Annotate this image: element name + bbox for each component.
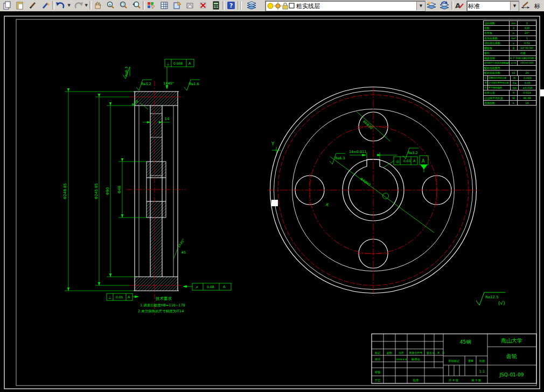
calculator-icon[interactable] <box>211 1 221 10</box>
toolbar-separator <box>52 1 54 10</box>
tb-h6: 年、月、日 <box>433 352 445 354</box>
tb-h3: 分区 <box>399 351 404 354</box>
cell-group: 组 <box>484 86 488 90</box>
cell-value <box>510 66 536 70</box>
tb-approve: 批准 <box>413 379 420 382</box>
cell-value: 12°31′34″ <box>518 46 536 50</box>
surface-note: Ra12.5 (√) <box>476 292 505 306</box>
zoom-window-icon[interactable] <box>118 1 129 10</box>
section-label-x: X <box>325 202 329 207</box>
paste-icon[interactable] <box>15 1 25 10</box>
tb-scale-value: 1:1 <box>479 369 485 374</box>
tb-sheet-no: 第 3 张 <box>471 379 481 382</box>
text-style-icon[interactable]: A <box>454 1 465 10</box>
table-icon[interactable] <box>159 1 170 10</box>
pencil-icon[interactable] <box>27 1 38 10</box>
markup-icon[interactable] <box>185 1 196 10</box>
layer-combo-value: 粗实线层 <box>295 2 416 10</box>
redo-icon[interactable]: ▼ <box>73 1 88 10</box>
fcf-top-value: 0.008 <box>173 61 183 65</box>
table-row: 径向变位系数x0.51 <box>484 41 536 46</box>
sheet-set-icon[interactable] <box>172 1 183 10</box>
cell-name: 齿轮副中心距及其极限偏差 <box>484 61 510 65</box>
cell-value: 24 <box>518 71 536 75</box>
redo-dropdown-arrow[interactable]: ▼ <box>85 3 88 8</box>
table-row: 齿形角α20° <box>484 31 536 36</box>
cell-name: 基节极限偏差 <box>488 86 511 90</box>
table-row: 齿轮副中心距及其极限偏差a±fa145±0.031 <box>484 61 536 66</box>
left-section-view <box>127 81 186 315</box>
layer-color-swatch[interactable] <box>289 3 295 9</box>
fcf-top-symbol: ⊥ <box>166 62 170 66</box>
help-icon[interactable]: ? <box>226 1 236 10</box>
table-row: 配对齿轮图号 <box>484 66 536 71</box>
cell-symbol: α <box>510 31 518 35</box>
cell-value: 0.05 <box>519 81 536 85</box>
left-view-dim-texts: Φ249.85 Φ245.85 Φ90 Φ48 14 Φ30 1X45° 45 <box>63 99 186 255</box>
part-name-label: 齿轮 <box>506 353 517 359</box>
pan-hand-icon[interactable] <box>92 1 103 10</box>
fcf-br-value: 0.08 <box>207 285 214 289</box>
drawing-svg: Φ249.85 Φ245.85 Φ90 Φ48 14 Φ30 1X45° 45 <box>0 11 544 392</box>
text-style-combo-dropdown[interactable]: ▼ <box>510 2 519 10</box>
table-row: 跨测齿数k14 <box>484 101 536 105</box>
cell-name: 齿形公差 <box>484 90 510 95</box>
tb-h4: 更改文件号 <box>409 351 423 354</box>
undo-dropdown-arrow[interactable]: ▼ <box>68 3 71 8</box>
tb-h2: 处数 <box>387 351 392 355</box>
cell-group: 差 <box>484 81 488 85</box>
section-arrow-block <box>271 200 278 206</box>
organization-label: 燕山大学 <box>501 338 522 344</box>
roughness-top-left: Ra6.3 <box>124 67 129 77</box>
fcf-br-datum: A <box>223 285 226 289</box>
technical-requirements: 技术要求 1.调质后硬度HB=110~170 2.未注倒角的尺寸精度为IT14 <box>138 296 185 313</box>
cell-name: 螺旋角 <box>484 46 510 50</box>
tech-req-line2: 2.未注倒角的尺寸精度为IT14 <box>138 309 184 313</box>
undo-icon[interactable]: ▼ <box>55 1 71 10</box>
table-row: 法向模数mn2 <box>484 21 536 26</box>
cell-symbol: mn <box>510 21 518 25</box>
cell-symbol: a±fa <box>510 61 518 65</box>
fcf-bl-value: 0.05 <box>116 295 123 299</box>
layer-combo-dropdown[interactable]: ▼ <box>416 2 425 10</box>
cell-symbol: β <box>510 46 518 50</box>
cell-value: 2 <box>518 21 536 25</box>
layer-previous-icon[interactable] <box>426 1 437 10</box>
dim-style-icon[interactable] <box>520 1 531 10</box>
text-style-combo[interactable]: 标准 ▼ <box>466 1 519 11</box>
tb-craft: 工艺 <box>375 379 381 382</box>
section-label-y: Y <box>271 141 275 146</box>
roughness-top-2: Ra1.6 <box>189 82 199 86</box>
layers-icon[interactable] <box>246 1 257 10</box>
erase-icon[interactable] <box>198 1 208 10</box>
tb-sheets-total: 共 4 张 <box>448 379 458 382</box>
cell-name: 公法线长度变动公差 <box>488 81 511 85</box>
table-row: 公法线平均长度W46.38 <box>484 96 536 101</box>
layer-lock-icon[interactable] <box>282 2 289 10</box>
cell-name: 配对齿轮齿数 <box>484 71 510 75</box>
cell-symbol: W <box>510 96 518 100</box>
layer-combo[interactable]: 粗实线层 ▼ <box>265 1 426 11</box>
dim-bore-diameter: Φ48 <box>117 186 122 193</box>
layer-freeze-sun-icon[interactable] <box>274 2 282 10</box>
dim-style-combo-partial[interactable]: 标 <box>534 2 540 10</box>
tb-scale-label: 比例 <box>479 359 485 363</box>
dim-pitch-diameter: Φ245.85 <box>94 183 99 199</box>
cell-value: 46.38 <box>518 96 536 100</box>
color-palette-icon[interactable] <box>146 1 157 10</box>
layer-states-icon[interactable] <box>439 1 450 10</box>
zoom-realtime-icon[interactable]: ± <box>105 1 116 10</box>
fcf-br-symbol: ↗ <box>195 285 198 290</box>
toolbar-separator <box>451 1 454 10</box>
cell-value: 0.063 <box>519 76 536 80</box>
drawing-canvas[interactable]: Φ249.85 Φ245.85 Φ90 Φ48 14 Φ30 1X45° 45 <box>0 11 544 392</box>
cell-name: 齿数 <box>484 26 510 30</box>
match-properties-icon[interactable] <box>40 1 51 10</box>
table-row: 齿数z120 <box>484 26 536 31</box>
cell-symbol: fpb <box>511 86 519 90</box>
zoom-previous-icon[interactable] <box>131 1 142 10</box>
table-row: 旋向右旋 <box>484 51 536 55</box>
layer-on-bulb-icon[interactable] <box>267 2 274 10</box>
toolbar-separator <box>240 1 242 10</box>
copy-icon[interactable] <box>2 1 12 10</box>
